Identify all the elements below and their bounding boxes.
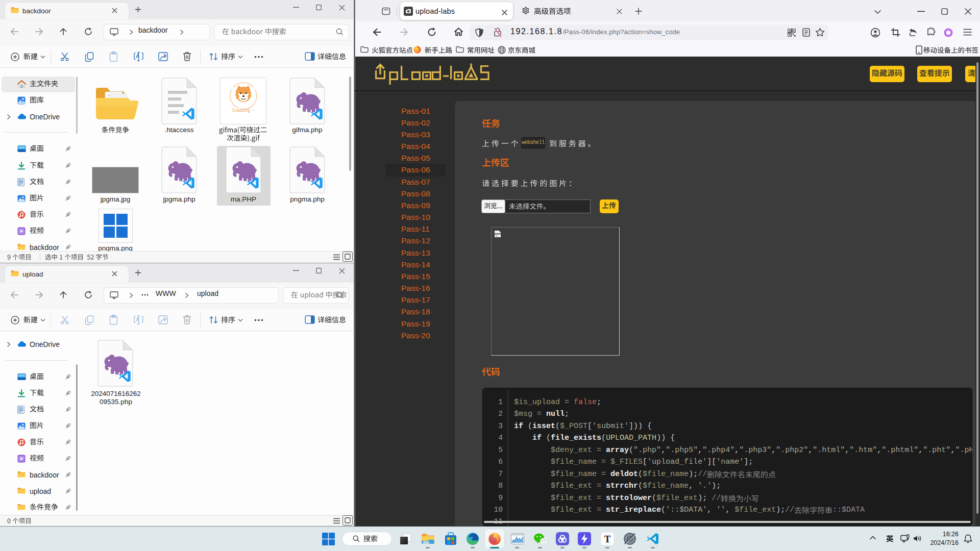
svg-text:T: T — [604, 534, 611, 544]
svg-text:loading -: loading - — [232, 108, 255, 113]
